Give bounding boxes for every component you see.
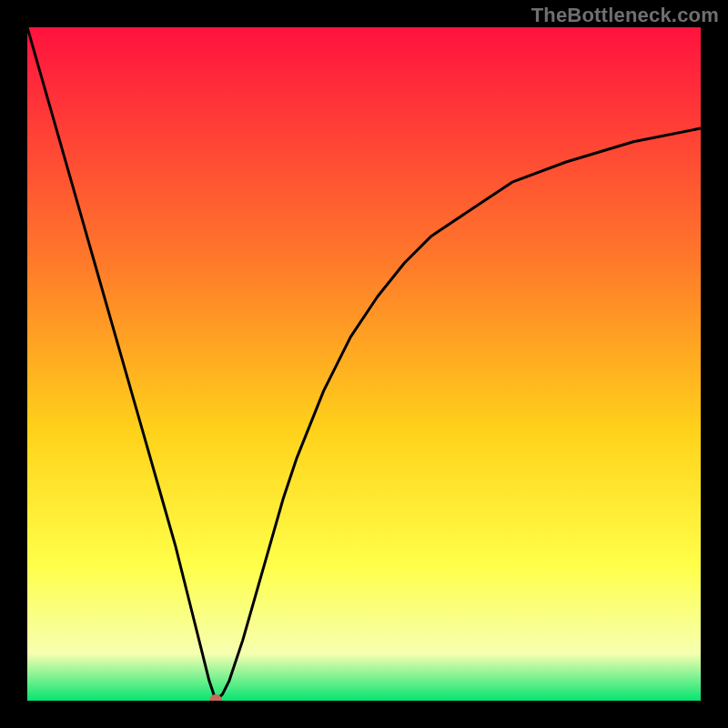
gradient-background bbox=[27, 27, 701, 701]
plot-frame bbox=[27, 27, 701, 701]
watermark-text: TheBottleneck.com bbox=[531, 4, 719, 27]
bottleneck-chart bbox=[27, 27, 701, 701]
